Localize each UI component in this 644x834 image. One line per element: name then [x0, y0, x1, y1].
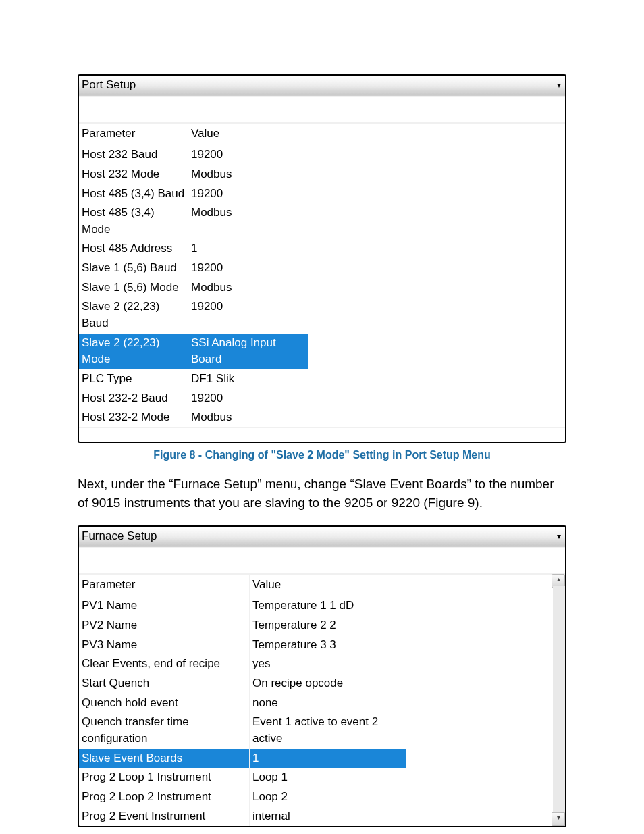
port-value: SSi Analog Input Board: [188, 334, 308, 369]
port-row[interactable]: Slave 2 (22,23) ModeSSi Analog Input Boa…: [79, 334, 565, 369]
chevron-down-icon: ▾: [557, 531, 561, 542]
furnace-value: On recipe opcode: [250, 674, 406, 694]
port-trailing-row: [79, 427, 565, 442]
port-row[interactable]: Slave 1 (5,6) ModeModbus: [79, 278, 565, 298]
port-header-value: Value: [188, 124, 308, 145]
furnace-param: PV2 Name: [79, 616, 250, 635]
port-param: PLC Type: [79, 369, 188, 389]
furnace-blank-row: [79, 547, 565, 574]
port-param: Host 232 Mode: [79, 165, 188, 184]
port-row[interactable]: Host 232 ModeModbus: [79, 165, 565, 184]
port-value: 19200: [188, 259, 308, 278]
furnace-value: Temperature 3 3: [250, 635, 406, 655]
port-param: Slave 2 (22,23) Mode: [79, 334, 188, 369]
port-row[interactable]: Host 485 (3,4) ModeModbus: [79, 203, 565, 239]
port-param: Host 232 Baud: [79, 145, 188, 165]
port-param: Slave 1 (5,6) Mode: [79, 278, 188, 298]
furnace-value: none: [250, 694, 406, 713]
furnace-row[interactable]: Clear Events, end of recipeyes: [79, 654, 565, 674]
port-param: Host 485 (3,4) Mode: [79, 203, 188, 239]
furnace-header-param: Parameter: [79, 575, 250, 596]
furnace-param: Prog 2 Loop 1 Instrument: [79, 768, 250, 787]
port-header-row: Parameter Value: [79, 123, 565, 146]
port-param: Host 232-2 Baud: [79, 389, 188, 409]
furnace-param: Prog 2 Loop 2 Instrument: [79, 787, 250, 807]
port-param: Host 485 Address: [79, 239, 188, 259]
furnace-value: Temperature 2 2: [250, 616, 406, 635]
figure-9-caption: Figure 9 - Setting the Number of Slave 9…: [78, 831, 566, 834]
port-value: 19200: [188, 389, 308, 409]
furnace-value: Event 1 active to event 2 active: [250, 712, 406, 748]
furnace-row[interactable]: Quench transfer time configurationEvent …: [79, 712, 565, 748]
scroll-up-button[interactable]: ▴: [552, 574, 565, 588]
furnace-title: Furnace Setup: [82, 528, 157, 545]
furnace-row[interactable]: PV3 NameTemperature 3 3: [79, 635, 565, 655]
furnace-param: PV1 Name: [79, 596, 250, 616]
port-row[interactable]: Host 232-2 ModeModbus: [79, 408, 565, 427]
furnace-value: internal: [250, 807, 406, 827]
port-setup-panel: Port Setup ▾ Parameter Value Host 232 Ba…: [78, 74, 566, 443]
furnace-setup-panel: Furnace Setup ▾ Parameter Value PV1 Name…: [78, 525, 566, 827]
furnace-param: PV3 Name: [79, 635, 250, 655]
port-param: Host 485 (3,4) Baud: [79, 184, 188, 204]
scroll-track[interactable]: [553, 586, 565, 814]
port-value: 19200: [188, 145, 308, 165]
furnace-value: 1: [250, 749, 406, 768]
furnace-row[interactable]: PV2 NameTemperature 2 2: [79, 616, 565, 635]
port-row[interactable]: Host 232-2 Baud19200: [79, 389, 565, 409]
port-value: 19200: [188, 297, 308, 333]
port-param: Slave 2 (22,23) Baud: [79, 297, 188, 333]
port-row[interactable]: Slave 1 (5,6) Baud19200: [79, 259, 565, 278]
furnace-header-value: Value: [250, 575, 406, 596]
port-value: Modbus: [188, 203, 308, 239]
furnace-value: yes: [250, 654, 406, 674]
port-row[interactable]: Host 485 (3,4) Baud19200: [79, 184, 565, 204]
furnace-value: Loop 2: [250, 787, 406, 807]
port-row[interactable]: Host 485 Address1: [79, 239, 565, 259]
port-title-bar[interactable]: Port Setup ▾: [79, 76, 565, 96]
chevron-down-icon: ▾: [557, 80, 561, 91]
paragraph-1: Next, under the “Furnace Setup” menu, ch…: [78, 475, 566, 512]
furnace-param: Slave Event Boards: [79, 749, 250, 768]
furnace-param: Quench transfer time configuration: [79, 712, 250, 748]
port-value: 1: [188, 239, 308, 259]
furnace-row[interactable]: PV1 NameTemperature 1 1 dD: [79, 596, 565, 616]
port-header-param: Parameter: [79, 124, 188, 145]
furnace-row[interactable]: Prog 2 Event Instrumentinternal: [79, 807, 565, 827]
furnace-header-row: Parameter Value: [79, 574, 565, 597]
port-blank-row: [79, 96, 565, 123]
port-value: Modbus: [188, 278, 308, 298]
furnace-param: Quench hold event: [79, 694, 250, 713]
port-title: Port Setup: [82, 77, 136, 94]
port-row[interactable]: Host 232 Baud19200: [79, 145, 565, 165]
port-param: Host 232-2 Mode: [79, 408, 188, 427]
port-header-spacer: [308, 124, 565, 145]
port-row[interactable]: Slave 2 (22,23) Baud19200: [79, 297, 565, 333]
furnace-title-bar[interactable]: Furnace Setup ▾: [79, 527, 565, 547]
port-param: Slave 1 (5,6) Baud: [79, 259, 188, 278]
port-value: Modbus: [188, 408, 308, 427]
furnace-row[interactable]: Quench hold eventnone: [79, 694, 565, 713]
furnace-header-spacer: [406, 575, 565, 596]
figure-8-caption: Figure 8 - Changing of "Slave 2 Mode" Se…: [78, 447, 566, 463]
furnace-row[interactable]: Start QuenchOn recipe opcode: [79, 674, 565, 694]
furnace-row[interactable]: Prog 2 Loop 1 InstrumentLoop 1: [79, 768, 565, 787]
port-value: Modbus: [188, 165, 308, 184]
furnace-param: Clear Events, end of recipe: [79, 654, 250, 674]
furnace-value: Loop 1: [250, 768, 406, 787]
port-value: 19200: [188, 184, 308, 204]
furnace-param: Start Quench: [79, 674, 250, 694]
furnace-row[interactable]: Slave Event Boards1: [79, 749, 565, 768]
port-value: DF1 Slik: [188, 369, 308, 389]
scroll-down-button[interactable]: ▾: [552, 812, 565, 826]
furnace-row[interactable]: Prog 2 Loop 2 InstrumentLoop 2: [79, 787, 565, 807]
furnace-value: Temperature 1 1 dD: [250, 596, 406, 616]
port-row[interactable]: PLC TypeDF1 Slik: [79, 369, 565, 389]
furnace-param: Prog 2 Event Instrument: [79, 807, 250, 827]
document-page: Port Setup ▾ Parameter Value Host 232 Ba…: [0, 0, 644, 834]
